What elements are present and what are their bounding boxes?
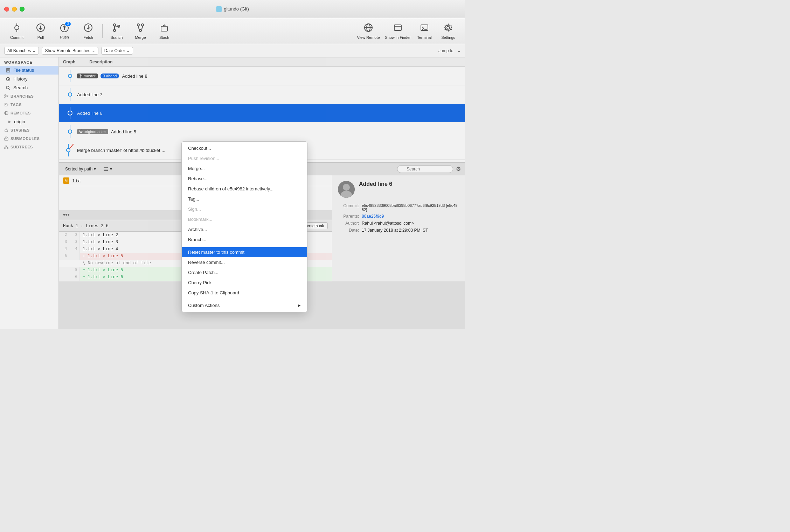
sidebar-history-label: History <box>13 76 27 82</box>
merge-button[interactable]: Merge <box>129 21 152 42</box>
context-menu: Checkout...Push revision...Merge...Rebas… <box>181 141 307 312</box>
svg-point-33 <box>5 97 6 98</box>
history-icon <box>6 77 11 82</box>
branch-bar: All Branches ⌄ Show Remote Branches ⌄ Da… <box>0 44 465 57</box>
main-content: WORKSPACE File status History <box>0 57 465 329</box>
merge-icon <box>136 23 145 34</box>
tags-header: TAGS <box>0 100 58 109</box>
window-icon <box>216 6 222 12</box>
svg-point-36 <box>5 104 6 105</box>
chevron-icon-2: ⌄ <box>92 48 95 53</box>
context-menu-item[interactable]: Cherry Pick <box>182 278 307 288</box>
context-menu-item: Push revision... <box>182 153 307 163</box>
push-badge: 3 <box>65 22 71 26</box>
context-menu-item[interactable]: Reverse commit... <box>182 257 307 267</box>
context-menu-item[interactable]: Create Patch... <box>182 267 307 278</box>
pull-icon <box>36 23 46 34</box>
svg-point-24 <box>447 26 450 29</box>
terminal-icon <box>420 23 429 34</box>
sidebar-item-search[interactable]: Search <box>0 83 58 92</box>
branch-icon <box>112 23 122 34</box>
sidebar-item-origin[interactable]: ▶ origin <box>0 117 58 126</box>
toolbar-sep-1 <box>102 24 103 38</box>
subtrees-icon <box>4 145 8 149</box>
terminal-button[interactable]: Terminal <box>413 21 436 42</box>
svg-rect-16 <box>161 26 167 31</box>
content-panel: Graph Description <box>59 57 465 329</box>
remotes-header: REMOTES <box>0 109 58 117</box>
context-menu-item: Sign... <box>182 204 307 214</box>
subtrees-header: SUBTREES <box>0 143 58 151</box>
expand-icon: ▶ <box>8 120 11 124</box>
stash-button[interactable]: Stash <box>153 21 175 42</box>
branches-icon <box>4 94 8 98</box>
toolbar-right: View Remote Show in Finder <box>354 21 459 42</box>
show-in-finder-button[interactable]: Show in Finder <box>384 21 412 42</box>
stash-icon <box>159 23 169 34</box>
stashes-header: STASHES <box>0 126 58 134</box>
context-menu-item[interactable]: Reset master to this commit <box>182 247 307 257</box>
svg-point-43 <box>6 145 7 146</box>
submodules-icon <box>4 136 8 141</box>
ctx-separator <box>182 299 307 299</box>
context-menu-item[interactable]: Copy SHA-1 to Clipboard <box>182 288 307 298</box>
tags-icon <box>4 103 8 107</box>
pull-button[interactable]: Pull <box>29 21 52 42</box>
sidebar-item-file-status[interactable]: File status <box>0 66 58 75</box>
commit-button[interactable]: Commit <box>6 21 28 42</box>
sidebar-file-status-label: File status <box>13 68 34 73</box>
push-icon-wrap: 3 <box>60 23 69 34</box>
svg-point-9 <box>113 24 116 26</box>
context-menu-item[interactable]: Rebase... <box>182 174 307 184</box>
svg-rect-20 <box>394 25 401 30</box>
all-branches-select[interactable]: All Branches ⌄ <box>4 47 39 55</box>
settings-button[interactable]: Settings <box>437 21 459 42</box>
search-icon <box>6 85 11 90</box>
sidebar-search-label: Search <box>13 85 28 90</box>
titlebar: gitundo (Git) <box>0 0 465 18</box>
window-title: gitundo (Git) <box>216 6 249 12</box>
svg-line-47 <box>6 146 8 148</box>
fetch-icon <box>83 23 93 34</box>
sidebar-item-history[interactable]: History <box>0 75 58 83</box>
svg-point-13 <box>137 24 139 26</box>
minimize-button[interactable] <box>12 7 17 12</box>
push-button[interactable]: 3 Push <box>53 21 76 42</box>
date-order-select[interactable]: Date Order ⌄ <box>101 47 133 55</box>
context-menu-item[interactable]: Branch... <box>182 234 307 245</box>
maximize-button[interactable] <box>20 7 25 12</box>
svg-point-30 <box>6 86 9 89</box>
ctx-separator <box>182 246 307 246</box>
close-button[interactable] <box>4 7 9 12</box>
branches-header: BRANCHES <box>0 92 58 100</box>
svg-point-14 <box>141 24 144 26</box>
file-status-icon <box>6 68 11 73</box>
stashes-icon <box>4 128 8 132</box>
context-menu-item[interactable]: Tag... <box>182 194 307 204</box>
context-menu-item: Bookmark... <box>182 214 307 224</box>
fetch-button[interactable]: Fetch <box>77 21 99 42</box>
commit-icon <box>12 23 22 34</box>
toolbar: Commit Pull 3 Push <box>0 18 465 44</box>
jump-to-area: Jump to: ⌄ <box>438 48 461 53</box>
svg-point-0 <box>15 26 19 30</box>
show-remote-select[interactable]: Show Remote Branches ⌄ <box>42 47 98 55</box>
svg-point-45 <box>7 148 8 149</box>
submenu-arrow-icon: ▶ <box>298 303 301 307</box>
svg-rect-40 <box>5 130 8 132</box>
svg-line-46 <box>5 146 6 148</box>
svg-line-31 <box>9 89 10 90</box>
jump-to-chevron: ⌄ <box>457 48 461 53</box>
svg-point-44 <box>5 148 6 149</box>
context-menu-item[interactable]: Merge... <box>182 163 307 174</box>
context-menu-item[interactable]: Checkout... <box>182 143 307 153</box>
context-menu-item[interactable]: Custom Actions▶ <box>182 300 307 310</box>
context-menu-item[interactable]: Archive... <box>182 224 307 234</box>
traffic-lights <box>4 7 25 12</box>
sidebar: WORKSPACE File status History <box>0 57 59 329</box>
branch-button[interactable]: Branch <box>105 21 128 42</box>
view-remote-button[interactable]: View Remote <box>354 21 382 42</box>
context-menu-item[interactable]: Rebase children of e5c4982 interactively… <box>182 184 307 194</box>
remotes-icon <box>4 111 8 115</box>
finder-icon <box>393 23 403 34</box>
